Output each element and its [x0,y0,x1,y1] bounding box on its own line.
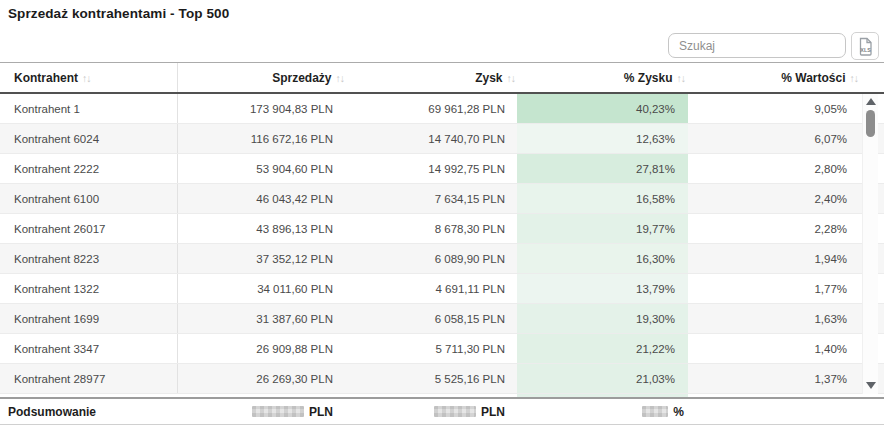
cell-zysk: 6 089,90 PLN [347,244,517,273]
cell-zysk-pct-heatmap: 21,22% [517,334,688,363]
header-label: % Wartości [781,71,845,85]
cell-sprzedazy: 37 352,12 PLN [178,244,347,273]
table-row[interactable]: Kontrahent 28977 26 269,30 PLN 5 525,16 … [0,364,884,394]
table-row[interactable]: Kontrahent 26017 43 896,13 PLN 8 678,30 … [0,214,884,244]
table-row[interactable]: Kontrahent 8223 37 352,12 PLN 6 089,90 P… [0,244,884,274]
summary-zysk: PLN [347,399,517,424]
vertical-scrollbar[interactable] [862,94,878,394]
cell-zysk-pct-heatmap: 40,23% [517,94,688,123]
cell-sprzedazy: 46 043,42 PLN [178,184,347,213]
header-label: Zysk [475,71,502,85]
cell-zysk-pct-heatmap: 16,58% [517,184,688,213]
cell-zysk-pct-heatmap: 19,77% [517,214,688,243]
cell-sprzedazy: 173 904,83 PLN [178,94,347,123]
cell-sprzedazy: 43 896,13 PLN [178,214,347,243]
table-row[interactable]: Kontrahent 1 173 904,83 PLN 69 961,28 PL… [0,94,884,124]
cell-kontrahent: Kontrahent 1 [0,94,178,123]
sort-icon[interactable]: ↑↓ [336,72,345,84]
cell-zysk-pct-heatmap: 16,30% [517,244,688,273]
header-cell-zysk[interactable]: Zysk ↑↓ [347,63,517,92]
table-row[interactable]: Kontrahent 3347 26 909,88 PLN 5 711,30 P… [0,334,884,364]
summary-label: Podsumowanie [0,399,178,424]
summary-unit: % [673,405,684,419]
cell-sprzedazy: 31 387,60 PLN [178,304,347,333]
cell-kontrahent: Kontrahent 6024 [0,124,178,153]
cell-kontrahent: Kontrahent 26017 [0,214,178,243]
cell-zysk: 8 678,30 PLN [347,214,517,243]
table-header: Kontrahent ↑↓ Sprzedaży ↑↓ Zysk ↑↓ % Zys… [0,62,884,94]
sort-icon[interactable]: ↑↓ [677,72,686,84]
table-row[interactable]: Kontrahent 6024 116 672,16 PLN 14 740,70… [0,124,884,154]
cell-kontrahent: Kontrahent 28977 [0,364,178,393]
scrollbar-thumb[interactable] [866,110,875,137]
scroll-down-icon[interactable] [866,382,876,389]
cell-kontrahent: Kontrahent 1322 [0,274,178,303]
header-cell-wartosci-pct[interactable]: % Wartości ↑↓ [688,63,862,92]
cell-kontrahent: Kontrahent 8223 [0,244,178,273]
cell-wartosci-pct: 1,37% [688,364,862,393]
svg-text:XLS: XLS [860,47,871,53]
cell-zysk: 14 992,75 PLN [347,154,517,183]
summary-unit: PLN [309,405,333,419]
cell-wartosci-pct: 1,94% [688,244,862,273]
cell-sprzedazy: 26 269,30 PLN [178,364,347,393]
cell-wartosci-pct: 1,77% [688,274,862,303]
table-row[interactable]: Kontrahent 6100 46 043,42 PLN 7 634,15 P… [0,184,884,214]
summary-zysk-pct: % [517,399,688,424]
cell-zysk-pct-heatmap: 27,81% [517,154,688,183]
cell-wartosci-pct: 2,40% [688,184,862,213]
table-row[interactable]: Kontrahent 1322 34 011,60 PLN 4 691,11 P… [0,274,884,304]
header-cell-zysk-pct[interactable]: % Zysku ↑↓ [517,63,688,92]
table-body: Kontrahent 1 173 904,83 PLN 69 961,28 PL… [0,94,884,394]
search-input[interactable] [668,33,846,58]
contractors-table: Kontrahent ↑↓ Sprzedaży ↑↓ Zysk ↑↓ % Zys… [0,62,884,425]
cell-kontrahent: Kontrahent 1699 [0,304,178,333]
cell-zysk-pct-heatmap: 12,63% [517,124,688,153]
page-title: Sprzedaż kontrahentami - Top 500 [8,6,229,21]
cell-wartosci-pct: 6,07% [688,124,862,153]
cell-zysk: 7 634,15 PLN [347,184,517,213]
cell-zysk: 14 740,70 PLN [347,124,517,153]
cell-wartosci-pct: 2,80% [688,154,862,183]
scroll-up-icon[interactable] [866,98,876,105]
cell-zysk: 69 961,28 PLN [347,94,517,123]
cell-kontrahent: Kontrahent 6100 [0,184,178,213]
cell-wartosci-pct: 2,28% [688,214,862,243]
sort-icon[interactable]: ↑↓ [507,72,516,84]
cell-wartosci-pct: 1,40% [688,334,862,363]
cell-sprzedazy: 26 909,88 PLN [178,334,347,363]
header-label: Kontrahent [14,71,78,85]
header-cell-kontrahent[interactable]: Kontrahent ↑↓ [0,63,178,92]
redacted-value [434,406,476,417]
file-xls-icon: XLS [857,37,874,56]
cell-wartosci-pct: 1,63% [688,304,862,333]
summary-row: Podsumowanie PLN PLN % [0,397,884,425]
header-cell-sprzedazy[interactable]: Sprzedaży ↑↓ [178,63,347,92]
cell-zysk: 4 691,11 PLN [347,274,517,303]
cell-zysk: 5 525,16 PLN [347,364,517,393]
partial-next-row [0,394,884,397]
header-label: Sprzedaży [272,71,331,85]
cell-sprzedazy: 116 672,16 PLN [178,124,347,153]
cell-zysk-pct-heatmap: 13,79% [517,274,688,303]
cell-zysk-pct-heatmap: 19,30% [517,304,688,333]
summary-sprzedazy: PLN [178,399,347,424]
cell-kontrahent: Kontrahent 2222 [0,154,178,183]
redacted-value [642,406,668,417]
cell-wartosci-pct: 9,05% [688,94,862,123]
redacted-value [252,406,304,417]
header-label: % Zysku [624,71,673,85]
sort-icon[interactable]: ↑↓ [850,72,859,84]
cell-sprzedazy: 34 011,60 PLN [178,274,347,303]
cell-zysk: 5 711,30 PLN [347,334,517,363]
table-row[interactable]: Kontrahent 2222 53 904,60 PLN 14 992,75 … [0,154,884,184]
cell-zysk-pct-heatmap: 21,03% [517,364,688,393]
cell-sprzedazy: 53 904,60 PLN [178,154,347,183]
heatmap-cell-sliver [517,394,688,397]
summary-unit: PLN [481,405,505,419]
sort-icon[interactable]: ↑↓ [82,72,91,84]
cell-zysk: 6 058,15 PLN [347,304,517,333]
table-row[interactable]: Kontrahent 1699 31 387,60 PLN 6 058,15 P… [0,304,884,334]
xls-export-button[interactable]: XLS [851,32,879,60]
cell-kontrahent: Kontrahent 3347 [0,334,178,363]
